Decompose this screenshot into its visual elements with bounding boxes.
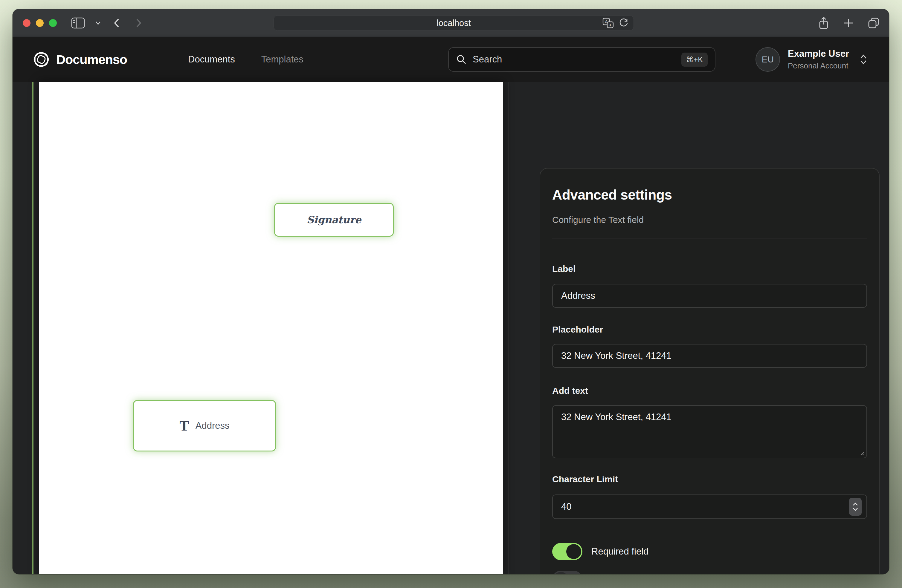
read-only-label: Read only xyxy=(591,574,633,574)
svg-text:✦: ✦ xyxy=(608,23,612,28)
nav-templates[interactable]: Templates xyxy=(261,54,304,65)
share-icon[interactable] xyxy=(818,16,829,30)
minimize-window-button[interactable] xyxy=(36,19,44,27)
url-text: localhost xyxy=(437,18,471,28)
text-field-label: Address xyxy=(196,421,230,431)
sidebar-toggle-icon[interactable] xyxy=(71,17,85,29)
signature-field-label: Signature xyxy=(307,214,361,225)
search-input[interactable] xyxy=(473,54,675,65)
window-controls xyxy=(23,19,57,27)
document-page: Signature T Address xyxy=(39,82,503,574)
advanced-settings-panel: Advanced settings Configure the Text fie… xyxy=(540,168,880,574)
toggle-knob xyxy=(566,544,581,559)
forward-icon[interactable] xyxy=(135,18,142,28)
required-field-label: Required field xyxy=(591,546,648,557)
character-limit-heading: Character Limit xyxy=(552,474,867,485)
address-bar[interactable]: localhost A ✦ xyxy=(274,15,634,31)
required-field-row: Required field xyxy=(552,543,867,560)
account-switcher-chevron-icon xyxy=(859,54,868,65)
app-header: Documenso Documents Templates ⌘+K EU Exa… xyxy=(13,37,889,82)
required-field-toggle[interactable] xyxy=(552,543,583,560)
label-input[interactable] xyxy=(552,284,867,308)
toggle-knob xyxy=(553,572,568,574)
zoom-window-button[interactable] xyxy=(49,19,57,27)
text-field[interactable]: T Address xyxy=(133,400,276,452)
new-tab-icon[interactable] xyxy=(843,18,854,28)
page-edge-indicator xyxy=(32,82,33,574)
brand-name: Documenso xyxy=(56,52,127,67)
signature-field[interactable]: Signature xyxy=(274,203,394,237)
back-icon[interactable] xyxy=(113,18,120,28)
tabs-overview-icon[interactable] xyxy=(868,17,880,29)
browser-titlebar: localhost A ✦ xyxy=(13,9,889,37)
account-menu[interactable]: EU Example User Personal Account xyxy=(755,47,868,72)
number-stepper[interactable] xyxy=(849,498,862,516)
panel-divider xyxy=(552,238,867,238)
panel-subtitle: Configure the Text field xyxy=(552,214,867,225)
content-area: Signature T Address Advanced settings Co… xyxy=(13,82,889,574)
browser-window: localhost A ✦ xyxy=(13,9,889,574)
character-limit-input[interactable] xyxy=(552,494,867,519)
placeholder-field-heading: Placeholder xyxy=(552,324,867,335)
documenso-logo-icon xyxy=(32,50,51,69)
text-field-type-icon: T xyxy=(179,419,189,433)
translate-icon[interactable]: A ✦ xyxy=(603,18,614,28)
close-window-button[interactable] xyxy=(23,19,30,27)
user-account-type: Personal Account xyxy=(788,61,849,70)
tab-group-chevron-icon[interactable] xyxy=(95,20,101,26)
add-text-textarea[interactable]: 32 New York Street, 41241 xyxy=(552,405,867,458)
nav-documents[interactable]: Documents xyxy=(188,54,235,65)
content-divider xyxy=(509,82,509,574)
panel-title: Advanced settings xyxy=(552,187,867,203)
user-name: Example User xyxy=(788,48,849,59)
label-field-heading: Label xyxy=(552,264,867,274)
brand[interactable]: Documenso xyxy=(32,50,127,69)
read-only-row: Read only xyxy=(552,571,867,574)
search-icon xyxy=(456,54,467,65)
add-text-field-heading: Add text xyxy=(552,385,867,396)
read-only-toggle[interactable] xyxy=(552,571,583,574)
placeholder-input[interactable] xyxy=(552,344,867,368)
avatar: EU xyxy=(755,47,780,72)
main-nav: Documents Templates xyxy=(188,54,304,65)
reload-icon[interactable] xyxy=(619,18,629,28)
search-bar[interactable]: ⌘+K xyxy=(448,47,716,72)
keyboard-shortcut-badge: ⌘+K xyxy=(681,53,708,67)
